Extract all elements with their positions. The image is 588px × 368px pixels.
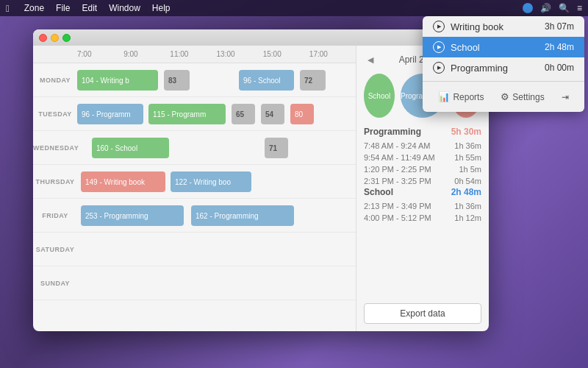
detail-time: 1:20 PM - 2:25 PM	[364, 165, 431, 174]
event-block[interactable]: 149 - Writing book	[81, 171, 165, 192]
menu-edit[interactable]: Edit	[82, 3, 97, 13]
day-label: FRIDAY	[33, 212, 77, 219]
time-slot-4: 15:00	[263, 50, 309, 58]
logout-button[interactable]: ⇥	[556, 89, 575, 105]
dropdown-item-writing-book[interactable]: ▶ Writing book 3h 07m	[423, 16, 584, 37]
event-block[interactable]: 162 - Programming	[191, 205, 294, 226]
dropdown-item-programming[interactable]: ▶ Programming 0h 00m	[423, 57, 584, 78]
event-block[interactable]: 65	[232, 104, 255, 124]
detail-header: School2h 48m	[364, 187, 481, 197]
event-block[interactable]: 71	[265, 138, 288, 158]
day-content: 96 - Programm115 - Programm655480	[77, 97, 356, 130]
time-slot-1: 9:00	[123, 50, 170, 58]
circle-school[interactable]: School	[364, 74, 395, 118]
traffic-lights	[39, 34, 71, 42]
time-slot-2: 11:00	[170, 50, 216, 58]
apple-menu[interactable]: 	[6, 3, 10, 14]
dropdown-panel: ▶ Writing book 3h 07m ▶ School 2h 48m ▶ …	[423, 16, 584, 112]
detail-time: 7:48 AM - 9:24 AM	[364, 141, 431, 150]
play-icon-writing-book: ▶	[433, 21, 445, 32]
zone-status-icon[interactable]	[523, 3, 533, 13]
day-row: TUESDAY96 - Programm115 - Programm655480	[33, 97, 356, 131]
dropdown-item-school[interactable]: ▶ School 2h 48m	[423, 37, 584, 57]
detail-duration: 1h 36m	[454, 202, 481, 210]
programming-label: Programming	[451, 63, 545, 74]
search-icon[interactable]: 🔍	[559, 3, 570, 13]
logout-icon: ⇥	[562, 92, 569, 102]
list-icon[interactable]: ≡	[577, 3, 582, 13]
detail-category-total: 5h 30m	[451, 127, 481, 137]
reports-button[interactable]: 📊 Reports	[432, 89, 490, 105]
day-row: THURSDAY149 - Writing book122 - Writing …	[33, 165, 356, 199]
time-slot-3: 13:00	[217, 50, 263, 58]
school-label: School	[451, 42, 545, 53]
days-container: MONDAY104 - Writing b8396 - School72TUES…	[33, 63, 356, 331]
day-content	[77, 266, 356, 300]
event-block[interactable]: 80	[290, 104, 314, 124]
detail-row: 2:13 PM - 3:49 PM1h 36m	[364, 200, 481, 212]
prev-date-button[interactable]: ◀	[364, 53, 377, 66]
detail-duration: 1h 36m	[454, 141, 481, 150]
school-time: 2h 48m	[545, 42, 574, 52]
detail-duration: 1h 12m	[454, 213, 481, 222]
detail-section: Programming5h 30m7:48 AM - 9:24 AM1h 36m…	[364, 127, 481, 297]
export-button[interactable]: Export data	[364, 303, 481, 324]
day-content: 253 - Programming162 - Programming	[77, 199, 356, 232]
writing-book-time: 3h 07m	[545, 21, 574, 32]
play-icon-school: ▶	[433, 41, 445, 53]
day-label: MONDAY	[33, 77, 77, 84]
settings-label: Settings	[512, 92, 544, 102]
play-icon-programming: ▶	[433, 62, 445, 74]
menu-zone[interactable]: Zone	[24, 3, 44, 13]
menu-help[interactable]: Help	[152, 3, 171, 13]
detail-header: Programming5h 30m	[364, 127, 481, 137]
settings-icon: ⚙	[501, 91, 509, 102]
time-header: 7:00 9:00 11:00 13:00 15:00 17:00	[33, 46, 356, 63]
event-block[interactable]: 54	[261, 104, 284, 124]
settings-button[interactable]: ⚙ Settings	[495, 89, 550, 105]
time-slot-0: 7:00	[77, 50, 123, 58]
detail-row: 2:31 PM - 3:25 PM0h 54m	[364, 175, 481, 187]
day-row: MONDAY104 - Writing b8396 - School72	[33, 63, 356, 97]
detail-row: 1:20 PM - 2:25 PM1h 5m	[364, 163, 481, 175]
day-content: 160 - School71	[77, 131, 356, 164]
day-row: SATURDAY	[33, 233, 356, 266]
detail-row: 9:54 AM - 11:49 AM1h 55m	[364, 152, 481, 163]
day-label: WEDNESDAY	[33, 144, 77, 152]
detail-time: 4:00 PM - 5:12 PM	[364, 213, 431, 222]
detail-category-name: Programming	[364, 127, 421, 137]
event-block[interactable]: 122 - Writing boo	[171, 171, 251, 192]
minimize-button[interactable]	[51, 34, 59, 42]
day-label: SATURDAY	[33, 246, 77, 253]
detail-row: 4:00 PM - 5:12 PM1h 12m	[364, 212, 481, 224]
detail-time: 9:54 AM - 11:49 AM	[364, 153, 435, 162]
menubar-right: 🔊 🔍 ≡	[523, 0, 582, 16]
writing-book-label: Writing book	[451, 21, 545, 32]
time-slot-5: 17:00	[309, 50, 356, 58]
day-label: THURSDAY	[33, 178, 77, 185]
menu-file[interactable]: File	[56, 3, 70, 13]
window-body: 7:00 9:00 11:00 13:00 15:00 17:00 MONDAY…	[33, 46, 489, 331]
event-block[interactable]: 96 - Programm	[77, 104, 143, 124]
volume-icon[interactable]: 🔊	[540, 3, 551, 13]
day-row: WEDNESDAY160 - School71	[33, 131, 356, 165]
close-button[interactable]	[39, 34, 47, 42]
event-block[interactable]: 72	[300, 70, 326, 91]
menu-window[interactable]: Window	[109, 3, 140, 13]
menubar:  Zone File Edit Window Help 🔊 🔍 ≡	[0, 0, 588, 16]
detail-duration: 1h 55m	[454, 153, 481, 162]
day-content	[77, 233, 356, 266]
event-block[interactable]: 83	[164, 70, 190, 91]
event-block[interactable]: 160 - School	[92, 138, 169, 158]
maximize-button[interactable]	[62, 34, 71, 42]
day-label: TUESDAY	[33, 110, 77, 118]
programming-time: 0h 00m	[545, 63, 574, 73]
detail-time: 2:31 PM - 3:25 PM	[364, 177, 431, 185]
title-bar	[33, 29, 489, 46]
event-block[interactable]: 96 - School	[239, 70, 294, 91]
day-row: SUNDAY	[33, 266, 356, 300]
event-block[interactable]: 104 - Writing b	[77, 70, 158, 91]
event-block[interactable]: 253 - Programming	[81, 205, 184, 226]
detail-duration: 0h 54m	[454, 177, 481, 185]
event-block[interactable]: 115 - Programm	[148, 104, 226, 124]
